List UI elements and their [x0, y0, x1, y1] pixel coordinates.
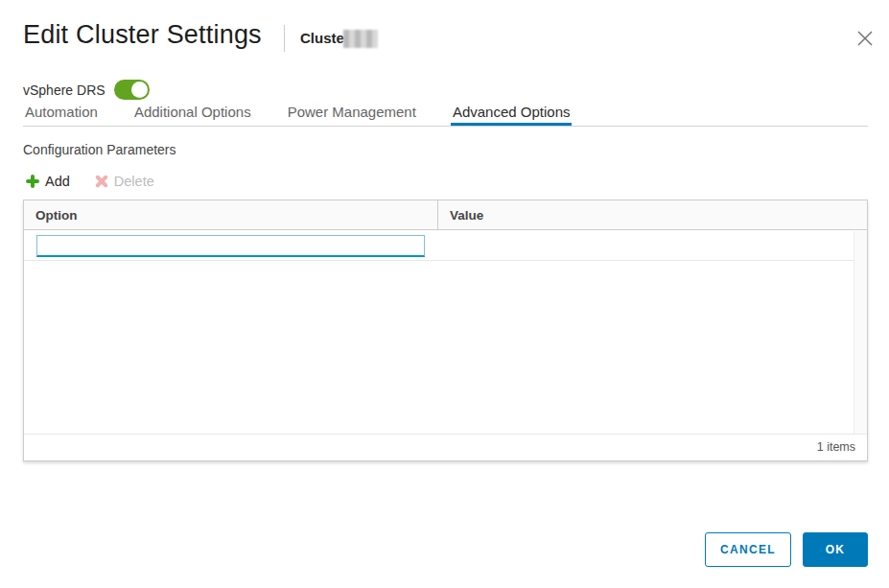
tab-bar: Automation Additional Options Power Mana… [23, 102, 868, 127]
delete-x-icon [92, 172, 111, 191]
delete-button-label: Delete [114, 174, 154, 189]
cluster-name-label: Cluster [300, 30, 350, 46]
config-parameters-grid: Option Value 1 items [23, 200, 868, 461]
dialog-title: Edit Cluster Settings [23, 20, 262, 50]
title-divider [284, 25, 285, 52]
section-heading: Configuration Parameters [23, 142, 176, 157]
cancel-button[interactable]: CANCEL [705, 532, 791, 567]
tab-power-management[interactable]: Power Management [286, 102, 418, 126]
grid-body [24, 231, 867, 434]
drs-label: vSphere DRS [23, 82, 105, 98]
delete-button[interactable]: Delete [95, 174, 154, 189]
close-button[interactable] [852, 25, 878, 52]
grid-toolbar: Add Delete [26, 174, 154, 189]
add-button[interactable]: Add [26, 174, 70, 189]
drs-toggle-row: vSphere DRS [23, 80, 150, 100]
grid-header-row: Option Value [24, 200, 867, 230]
column-header-option[interactable]: Option [24, 200, 437, 229]
tab-automation[interactable]: Automation [23, 102, 100, 126]
column-header-value[interactable]: Value [437, 200, 867, 229]
tab-advanced-options[interactable]: Advanced Options [451, 102, 573, 126]
grid-footer-count: 1 items [24, 434, 867, 460]
cluster-name-redacted [343, 30, 378, 48]
plus-icon [26, 175, 39, 188]
toggle-knob [131, 82, 148, 98]
vertical-scrollbar[interactable] [854, 231, 867, 434]
dialog-actions: CANCEL OK [705, 532, 868, 567]
edit-cluster-settings-dialog: Edit Cluster Settings Cluster vSphere DR… [0, 0, 889, 588]
tab-additional-options[interactable]: Additional Options [132, 102, 253, 126]
table-row [24, 231, 867, 261]
ok-button[interactable]: OK [803, 532, 868, 567]
add-button-label: Add [45, 174, 70, 189]
option-input[interactable] [36, 235, 425, 257]
drs-toggle[interactable] [114, 80, 150, 100]
close-icon [857, 31, 873, 46]
